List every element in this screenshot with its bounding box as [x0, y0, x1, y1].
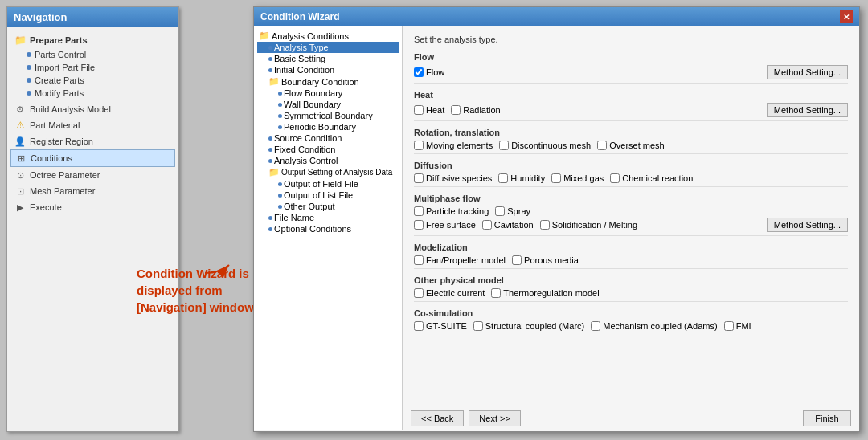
section-content-other-physical: Electric current Thermoregulation model — [414, 288, 848, 298]
mixed-gas-checkbox[interactable] — [551, 173, 561, 183]
chemical-reaction-checkbox[interactable] — [610, 173, 620, 183]
flow-method-setting-button[interactable]: Method Setting... — [767, 65, 848, 79]
nav-item-parts-control[interactable]: Parts Control — [10, 48, 175, 61]
tree-item-label: Analysis Conditions — [272, 31, 349, 41]
grid-icon: ⊞ — [14, 152, 27, 165]
checkbox-diffusive-species[interactable]: Diffusive species — [414, 173, 492, 183]
tree-item-label: File Name — [274, 213, 314, 222]
tree-item-label: Fixed Condition — [274, 145, 335, 154]
tree-item-output-list-file[interactable]: Output of List File — [257, 189, 399, 201]
nav-item-register-region[interactable]: 👤 Register Region — [10, 133, 175, 149]
moving-elements-checkbox[interactable] — [414, 141, 424, 150]
thermoregulation-checkbox[interactable] — [491, 288, 501, 298]
checkbox-mixed-gas[interactable]: Mixed gas — [551, 173, 604, 183]
tree-item-fixed-condition[interactable]: Fixed Condition — [257, 144, 399, 155]
checkbox-radiation[interactable]: Radiation — [451, 105, 500, 115]
tree-item-analysis-type[interactable]: Analysis Type — [257, 42, 399, 53]
spray-checkbox[interactable] — [495, 206, 505, 216]
tree-bullet-icon — [278, 182, 282, 186]
wizard-close-button[interactable]: ✕ — [840, 10, 853, 23]
tree-item-symmetrical-boundary[interactable]: Symmetrical Boundary — [257, 110, 399, 121]
discontinuous-mesh-checkbox[interactable] — [499, 141, 509, 150]
fmi-checkbox[interactable] — [724, 321, 734, 331]
checkbox-solidification[interactable]: Solidification / Melting — [540, 220, 637, 230]
nav-item-octree-parameter[interactable]: ⊙ Octree Parameter — [10, 167, 175, 183]
finish-button[interactable]: Finish — [803, 410, 851, 426]
checkbox-chemical-reaction[interactable]: Chemical reaction — [610, 173, 693, 183]
back-button[interactable]: << Back — [411, 410, 464, 426]
gt-suite-checkbox[interactable] — [414, 321, 424, 331]
checkbox-flow[interactable]: Flow — [414, 67, 444, 77]
checkbox-humidity[interactable]: Humidity — [498, 173, 545, 183]
next-button[interactable]: Next >> — [469, 410, 521, 426]
nav-item-build-analysis-model[interactable]: ⚙ Build Analysis Model — [10, 101, 175, 117]
tree-item-file-name[interactable]: File Name — [257, 212, 399, 223]
tree-bullet-icon — [278, 92, 282, 96]
humidity-checkbox[interactable] — [498, 173, 508, 183]
tree-item-wall-boundary[interactable]: Wall Boundary — [257, 99, 399, 110]
porous-media-label: Porous media — [524, 255, 579, 265]
checkbox-moving-elements[interactable]: Moving elements — [414, 141, 493, 150]
footer-right-buttons: Finish — [803, 410, 851, 426]
free-surface-checkbox[interactable] — [414, 220, 424, 230]
checkbox-structural-coupled[interactable]: Structural coupled (Marc) — [473, 321, 585, 331]
flow-checkbox[interactable] — [414, 67, 424, 77]
tree-item-boundary-condition[interactable]: 📁 Boundary Condition — [257, 75, 399, 88]
nav-tree: 📁 Prepare Parts Parts Control Import Par… — [7, 27, 178, 220]
section-content-co-simulation: GT-SUITE Structural coupled (Marc) Mecha… — [414, 321, 848, 331]
nav-item-conditions[interactable]: ⊞ Conditions — [10, 149, 175, 167]
section-title-other-physical: Other physical model — [414, 275, 848, 285]
heat-checkbox[interactable] — [414, 105, 424, 115]
tree-item-output-setting[interactable]: 📁 Output Setting of Analysis Data — [257, 166, 399, 178]
checkbox-spray[interactable]: Spray — [495, 206, 530, 216]
checkbox-porous-media[interactable]: Porous media — [512, 255, 579, 265]
tree-item-source-condition[interactable]: Source Condition — [257, 132, 399, 144]
checkbox-fan-propeller[interactable]: Fan/Propeller model — [414, 255, 506, 265]
tree-bullet-icon — [268, 159, 272, 163]
checkbox-free-surface[interactable]: Free surface — [414, 220, 476, 230]
heat-method-setting-button[interactable]: Method Setting... — [767, 103, 848, 117]
nav-item-modify-parts[interactable]: Modify Parts — [10, 87, 175, 100]
nav-item-mesh-parameter[interactable]: ⊡ Mesh Parameter — [10, 183, 175, 199]
electric-current-checkbox[interactable] — [414, 288, 424, 298]
radiation-checkbox[interactable] — [451, 105, 461, 115]
diffusive-species-checkbox[interactable] — [414, 173, 424, 183]
tree-item-basic-setting[interactable]: Basic Setting — [257, 53, 399, 64]
checkbox-heat[interactable]: Heat — [414, 105, 444, 115]
nav-item-import-part-file[interactable]: Import Part File — [10, 61, 175, 74]
porous-media-checkbox[interactable] — [512, 255, 522, 265]
checkbox-gt-suite[interactable]: GT-SUITE — [414, 321, 467, 331]
checkbox-fmi[interactable]: FMI — [724, 321, 751, 331]
tree-item-analysis-conditions[interactable]: 📁 Analysis Conditions — [257, 30, 399, 42]
tree-item-label: Boundary Condition — [281, 77, 359, 87]
checkbox-discontinuous-mesh[interactable]: Discontinuous mesh — [499, 141, 591, 150]
nav-item-part-material[interactable]: ⚠ Part Material — [10, 117, 175, 133]
person-icon: 👤 — [14, 135, 27, 148]
multiphase-method-setting-button[interactable]: Method Setting... — [767, 218, 848, 232]
mechanism-coupled-checkbox[interactable] — [591, 321, 600, 331]
solidification-checkbox[interactable] — [540, 220, 550, 230]
nav-item-create-parts[interactable]: Create Parts — [10, 74, 175, 87]
tree-item-output-field-file[interactable]: Output of Field File — [257, 178, 399, 189]
section-items-multiphase: Particle tracking Spray — [414, 206, 848, 216]
tree-item-analysis-control[interactable]: Analysis Control — [257, 155, 399, 166]
tree-item-optional-conditions[interactable]: Optional Conditions — [257, 223, 399, 234]
overset-mesh-checkbox[interactable] — [597, 141, 607, 150]
particle-tracking-label: Particle tracking — [426, 206, 489, 216]
checkbox-mechanism-coupled[interactable]: Mechanism coupled (Adams) — [591, 321, 717, 331]
nav-item-execute[interactable]: ▶ Execute — [10, 199, 175, 215]
mixed-gas-label: Mixed gas — [563, 173, 604, 183]
tree-item-periodic-boundary[interactable]: Periodic Boundary — [257, 121, 399, 132]
tree-item-flow-boundary[interactable]: Flow Boundary — [257, 88, 399, 99]
particle-tracking-checkbox[interactable] — [414, 206, 424, 216]
checkbox-particle-tracking[interactable]: Particle tracking — [414, 206, 489, 216]
fan-propeller-checkbox[interactable] — [414, 255, 424, 265]
cavitation-checkbox[interactable] — [482, 220, 492, 230]
structural-coupled-checkbox[interactable] — [473, 321, 483, 331]
checkbox-thermoregulation[interactable]: Thermoregulation model — [491, 288, 599, 298]
tree-item-initial-condition[interactable]: Initial Condition — [257, 64, 399, 75]
checkbox-overset-mesh[interactable]: Overset mesh — [597, 141, 664, 150]
tree-item-other-output[interactable]: Other Output — [257, 201, 399, 212]
checkbox-cavitation[interactable]: Cavitation — [482, 220, 534, 230]
checkbox-electric-current[interactable]: Electric current — [414, 288, 485, 298]
